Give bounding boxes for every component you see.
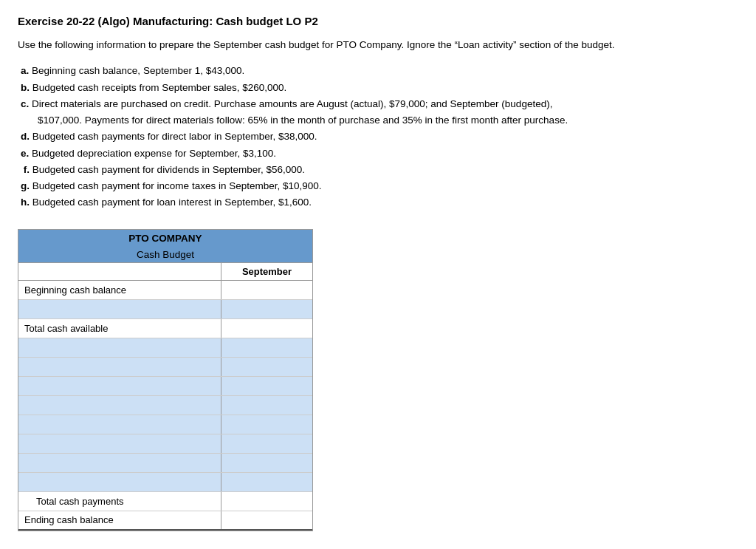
payment8-value[interactable]	[221, 473, 312, 491]
payment2-label	[18, 358, 221, 376]
table-row	[18, 358, 312, 377]
payment4-field[interactable]	[226, 399, 308, 410]
total-payments-field[interactable]	[226, 495, 308, 506]
item-a: a. Beginning cash balance, September 1, …	[21, 63, 738, 79]
payment4-label	[18, 396, 221, 415]
table-rows-container: Beginning cash balance Total cash availa…	[18, 281, 313, 531]
item-g: g. Budgeted cash payment for income taxe…	[21, 178, 738, 194]
cash-budget-table: PTO COMPANY Cash Budget September Beginn…	[18, 229, 313, 531]
ending-cash-label: Ending cash balance	[18, 511, 221, 529]
september-col-header: September	[221, 263, 312, 280]
total-payments-label: Total cash payments	[18, 492, 221, 511]
total-cash-input[interactable]	[221, 319, 312, 338]
total-cash-field[interactable]	[226, 322, 308, 333]
item-c: c. Direct materials are purchased on cre…	[21, 96, 738, 129]
payment2-field[interactable]	[226, 361, 308, 372]
table-row	[18, 473, 312, 492]
payment6-label	[18, 434, 221, 453]
payment2-value[interactable]	[221, 358, 312, 376]
payment8-label	[18, 473, 221, 491]
table-row: Total cash payments	[18, 492, 312, 511]
payment3-value[interactable]	[221, 377, 312, 395]
receipts-value[interactable]	[221, 300, 312, 318]
payment1-label	[18, 338, 221, 357]
label-col-header	[18, 263, 221, 280]
table-row: Beginning cash balance	[18, 281, 312, 300]
payment5-value[interactable]	[221, 415, 312, 434]
payment3-field[interactable]	[226, 380, 308, 391]
item-f: f. Budgeted cash payment for dividends i…	[21, 162, 738, 178]
payment5-label	[18, 415, 221, 434]
payment7-value[interactable]	[221, 454, 312, 472]
payment8-field[interactable]	[226, 476, 308, 487]
table-row	[18, 415, 312, 434]
payment6-field[interactable]	[226, 437, 308, 449]
payment4-value[interactable]	[221, 396, 312, 415]
intro-text: Use the following information to prepare…	[18, 38, 738, 52]
receipts-field[interactable]	[226, 303, 308, 314]
total-cash-label: Total cash available	[18, 319, 221, 338]
payment7-field[interactable]	[226, 457, 308, 468]
ending-cash-input[interactable]	[221, 511, 312, 529]
total-payments-input[interactable]	[221, 492, 312, 511]
budget-title-header: Cash Budget	[18, 247, 313, 262]
table-row	[18, 300, 312, 319]
item-e: e. Budgeted depreciation expense for Sep…	[21, 146, 738, 162]
payment7-label	[18, 454, 221, 472]
beginning-cash-input[interactable]	[221, 281, 312, 299]
table-row: Ending cash balance	[18, 511, 312, 531]
item-d: d. Budgeted cash payments for direct lab…	[21, 129, 738, 145]
item-b: b. Budgeted cash receipts from September…	[21, 80, 738, 96]
items-list: a. Beginning cash balance, September 1, …	[18, 63, 738, 211]
payment1-value[interactable]	[221, 338, 312, 357]
ending-cash-field[interactable]	[226, 514, 308, 525]
payment3-label	[18, 377, 221, 395]
table-row	[18, 434, 312, 454]
page-title: Exercise 20-22 (Algo) Manufacturing: Cas…	[18, 15, 738, 27]
table-row	[18, 454, 312, 473]
item-h: h. Budgeted cash payment for loan intere…	[21, 194, 738, 211]
table-row: Total cash available	[18, 319, 312, 338]
beginning-cash-field[interactable]	[226, 284, 308, 295]
column-header-row: September	[18, 262, 313, 281]
company-name-header: PTO COMPANY	[18, 229, 313, 247]
table-row	[18, 396, 312, 415]
payment5-field[interactable]	[226, 418, 308, 429]
payment6-value[interactable]	[221, 434, 312, 453]
receipts-label	[18, 300, 221, 318]
table-row	[18, 338, 312, 358]
table-row	[18, 377, 312, 396]
beginning-cash-label: Beginning cash balance	[18, 281, 221, 299]
payment1-field[interactable]	[226, 341, 308, 352]
